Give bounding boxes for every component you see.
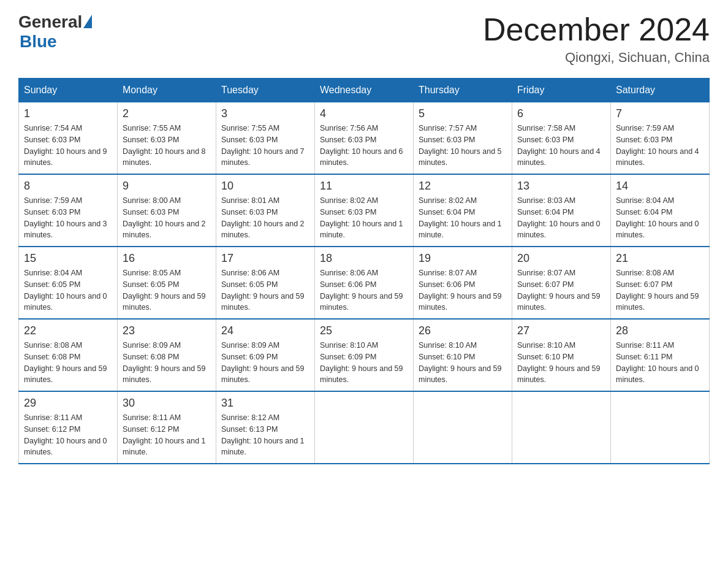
day-info: Sunrise: 8:02 AMSunset: 6:04 PMDaylight:… (419, 196, 502, 239)
day-cell: 22Sunrise: 8:08 AMSunset: 6:08 PMDayligh… (19, 319, 118, 391)
day-cell: 13Sunrise: 8:03 AMSunset: 6:04 PMDayligh… (512, 174, 611, 247)
day-number: 7 (616, 107, 704, 120)
header-cell-friday: Friday (512, 79, 611, 102)
day-info: Sunrise: 8:04 AMSunset: 6:04 PMDaylight:… (616, 196, 699, 239)
day-info: Sunrise: 8:11 AMSunset: 6:12 PMDaylight:… (24, 413, 107, 456)
day-number: 26 (419, 324, 507, 337)
day-cell: 3Sunrise: 7:55 AMSunset: 6:03 PMDaylight… (216, 102, 315, 175)
day-number: 12 (419, 180, 507, 193)
day-cell: 25Sunrise: 8:10 AMSunset: 6:09 PMDayligh… (315, 319, 414, 391)
day-info: Sunrise: 8:02 AMSunset: 6:03 PMDaylight:… (320, 196, 403, 239)
day-number: 29 (24, 397, 112, 410)
day-cell: 21Sunrise: 8:08 AMSunset: 6:07 PMDayligh… (611, 247, 710, 319)
calendar-header: SundayMondayTuesdayWednesdayThursdayFrid… (19, 79, 710, 102)
day-info: Sunrise: 7:59 AMSunset: 6:03 PMDaylight:… (24, 196, 107, 239)
day-number: 25 (320, 324, 408, 337)
day-cell: 24Sunrise: 8:09 AMSunset: 6:09 PMDayligh… (216, 319, 315, 391)
day-cell: 4Sunrise: 7:56 AMSunset: 6:03 PMDaylight… (315, 102, 414, 175)
day-info: Sunrise: 8:09 AMSunset: 6:09 PMDaylight:… (221, 341, 305, 384)
day-number: 17 (221, 252, 309, 265)
day-cell (512, 391, 611, 464)
day-number: 11 (320, 180, 408, 193)
day-cell: 16Sunrise: 8:05 AMSunset: 6:05 PMDayligh… (118, 247, 216, 319)
day-cell: 10Sunrise: 8:01 AMSunset: 6:03 PMDayligh… (216, 174, 315, 247)
day-info: Sunrise: 8:00 AMSunset: 6:03 PMDaylight:… (123, 196, 206, 239)
day-info: Sunrise: 8:07 AMSunset: 6:07 PMDaylight:… (517, 269, 601, 312)
day-number: 27 (517, 324, 605, 337)
logo-triangle-icon (83, 15, 92, 28)
week-row-2: 8Sunrise: 7:59 AMSunset: 6:03 PMDaylight… (19, 174, 710, 247)
day-number: 31 (221, 397, 309, 410)
day-info: Sunrise: 8:09 AMSunset: 6:08 PMDaylight:… (123, 341, 206, 384)
day-info: Sunrise: 8:10 AMSunset: 6:09 PMDaylight:… (320, 341, 403, 384)
header-cell-sunday: Sunday (19, 79, 118, 102)
day-cell: 9Sunrise: 8:00 AMSunset: 6:03 PMDaylight… (118, 174, 216, 247)
logo-general-text: General (18, 12, 82, 32)
week-row-1: 1Sunrise: 7:54 AMSunset: 6:03 PMDaylight… (19, 102, 710, 175)
day-number: 28 (616, 324, 704, 337)
day-number: 19 (419, 252, 507, 265)
day-cell: 15Sunrise: 8:04 AMSunset: 6:05 PMDayligh… (19, 247, 118, 319)
day-cell: 1Sunrise: 7:54 AMSunset: 6:03 PMDaylight… (19, 102, 118, 175)
day-cell: 20Sunrise: 8:07 AMSunset: 6:07 PMDayligh… (512, 247, 611, 319)
month-title: December 2024 (483, 12, 710, 47)
day-info: Sunrise: 8:07 AMSunset: 6:06 PMDaylight:… (419, 269, 502, 312)
day-number: 2 (123, 107, 211, 120)
day-number: 4 (320, 107, 408, 120)
day-number: 30 (123, 397, 211, 410)
week-row-5: 29Sunrise: 8:11 AMSunset: 6:12 PMDayligh… (19, 391, 710, 464)
day-cell: 30Sunrise: 8:11 AMSunset: 6:12 PMDayligh… (118, 391, 216, 464)
day-cell: 23Sunrise: 8:09 AMSunset: 6:08 PMDayligh… (118, 319, 216, 391)
calendar-table: SundayMondayTuesdayWednesdayThursdayFrid… (18, 78, 710, 464)
day-info: Sunrise: 8:04 AMSunset: 6:05 PMDaylight:… (24, 269, 107, 312)
day-info: Sunrise: 8:06 AMSunset: 6:06 PMDaylight:… (320, 269, 403, 312)
day-cell (315, 391, 414, 464)
day-number: 1 (24, 107, 112, 120)
day-cell: 19Sunrise: 8:07 AMSunset: 6:06 PMDayligh… (414, 247, 512, 319)
day-number: 6 (517, 107, 605, 120)
day-number: 5 (419, 107, 507, 120)
day-number: 8 (24, 180, 112, 193)
day-info: Sunrise: 8:03 AMSunset: 6:04 PMDaylight:… (517, 196, 601, 239)
day-cell: 31Sunrise: 8:12 AMSunset: 6:13 PMDayligh… (216, 391, 315, 464)
day-number: 21 (616, 252, 704, 265)
header-cell-wednesday: Wednesday (315, 79, 414, 102)
day-info: Sunrise: 8:11 AMSunset: 6:12 PMDaylight:… (123, 413, 206, 456)
day-info: Sunrise: 7:55 AMSunset: 6:03 PMDaylight:… (123, 124, 206, 167)
day-cell (414, 391, 512, 464)
day-info: Sunrise: 8:10 AMSunset: 6:10 PMDaylight:… (419, 341, 502, 384)
title-area: December 2024 Qiongxi, Sichuan, China (483, 12, 710, 66)
logo-blue-text: Blue (20, 32, 57, 52)
week-row-4: 22Sunrise: 8:08 AMSunset: 6:08 PMDayligh… (19, 319, 710, 391)
day-info: Sunrise: 7:59 AMSunset: 6:03 PMDaylight:… (616, 124, 699, 167)
day-cell: 5Sunrise: 7:57 AMSunset: 6:03 PMDaylight… (414, 102, 512, 175)
day-info: Sunrise: 8:08 AMSunset: 6:08 PMDaylight:… (24, 341, 107, 384)
header-row: SundayMondayTuesdayWednesdayThursdayFrid… (19, 79, 710, 102)
day-cell: 11Sunrise: 8:02 AMSunset: 6:03 PMDayligh… (315, 174, 414, 247)
day-info: Sunrise: 8:05 AMSunset: 6:05 PMDaylight:… (123, 269, 206, 312)
calendar-body: 1Sunrise: 7:54 AMSunset: 6:03 PMDaylight… (19, 102, 710, 464)
day-cell: 6Sunrise: 7:58 AMSunset: 6:03 PMDaylight… (512, 102, 611, 175)
day-number: 23 (123, 324, 211, 337)
day-cell: 8Sunrise: 7:59 AMSunset: 6:03 PMDaylight… (19, 174, 118, 247)
day-cell: 26Sunrise: 8:10 AMSunset: 6:10 PMDayligh… (414, 319, 512, 391)
day-number: 15 (24, 252, 112, 265)
header: General Blue December 2024 Qiongxi, Sich… (18, 12, 710, 66)
day-number: 20 (517, 252, 605, 265)
day-info: Sunrise: 7:56 AMSunset: 6:03 PMDaylight:… (320, 124, 403, 167)
header-cell-thursday: Thursday (414, 79, 512, 102)
day-number: 16 (123, 252, 211, 265)
day-info: Sunrise: 8:11 AMSunset: 6:11 PMDaylight:… (616, 341, 699, 384)
day-info: Sunrise: 7:54 AMSunset: 6:03 PMDaylight:… (24, 124, 107, 167)
header-cell-saturday: Saturday (611, 79, 710, 102)
day-number: 3 (221, 107, 309, 120)
header-cell-tuesday: Tuesday (216, 79, 315, 102)
day-number: 10 (221, 180, 309, 193)
day-info: Sunrise: 7:58 AMSunset: 6:03 PMDaylight:… (517, 124, 601, 167)
day-cell: 2Sunrise: 7:55 AMSunset: 6:03 PMDaylight… (118, 102, 216, 175)
day-number: 13 (517, 180, 605, 193)
day-number: 22 (24, 324, 112, 337)
location: Qiongxi, Sichuan, China (483, 50, 710, 66)
day-cell: 28Sunrise: 8:11 AMSunset: 6:11 PMDayligh… (611, 319, 710, 391)
day-number: 24 (221, 324, 309, 337)
